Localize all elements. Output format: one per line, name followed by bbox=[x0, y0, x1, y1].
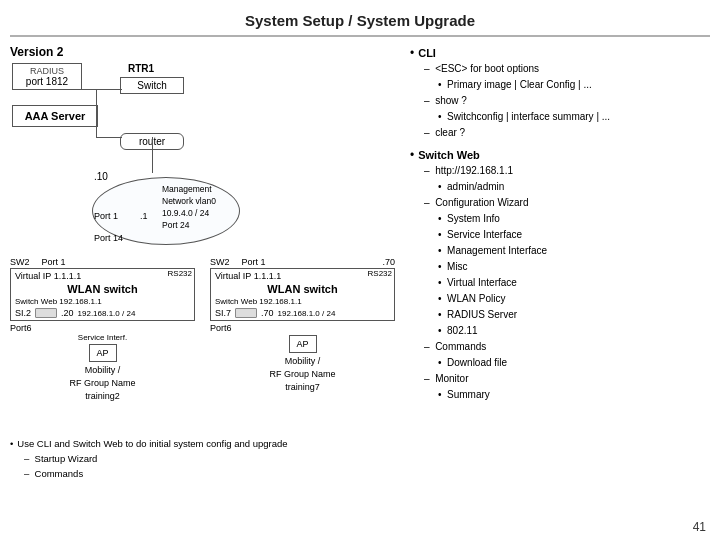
conf8: • 802.11 bbox=[438, 323, 710, 339]
conf2: • Service Interface bbox=[438, 227, 710, 243]
conf5: • Virtual Interface bbox=[438, 275, 710, 291]
version-label: Version 2 bbox=[10, 45, 400, 59]
left-panel: Version 2 RADIUS port 1812 RTR1 Switch A… bbox=[10, 45, 400, 535]
swweb-right: Switch Web 192.168.1.1 bbox=[215, 297, 390, 306]
bottom-bullet-row: • Use CLI and Switch Web to do initial s… bbox=[10, 436, 288, 451]
wlan-left-box: RS232 Virtual IP 1.1.1.1 WLAN switch Swi… bbox=[10, 268, 195, 321]
port6-right: Port6 bbox=[210, 323, 395, 333]
port6-left: Port6 bbox=[10, 323, 195, 333]
line-v1 bbox=[96, 89, 97, 137]
rs232-right: RS232 bbox=[368, 269, 392, 278]
swweb-left: Switch Web 192.168.1.1 bbox=[15, 297, 190, 306]
line-h1 bbox=[96, 137, 122, 138]
sw-config-dash: – Configuration Wizard bbox=[424, 195, 710, 211]
sw-content: – http://192.168.1.1 • admin/admin – Con… bbox=[424, 163, 710, 403]
cli-bullet-dot: • bbox=[410, 45, 414, 61]
conf1: • System Info bbox=[438, 211, 710, 227]
rtr1-label: RTR1 bbox=[128, 63, 154, 74]
page-number: 41 bbox=[693, 520, 706, 534]
wlan-right-title: WLAN switch bbox=[215, 283, 390, 295]
conf3: • Management Interface bbox=[438, 243, 710, 259]
line-v2 bbox=[152, 137, 153, 173]
serial-icon-left bbox=[35, 308, 57, 318]
wlan-right-box: RS232 Virtual IP 1.1.1.1 WLAN switch Swi… bbox=[210, 268, 395, 321]
sub-commands: – Commands bbox=[24, 466, 288, 481]
mgmt-text: Management Network vlan0 10.9.4.0 / 24 P… bbox=[162, 183, 216, 231]
bottom-bullets: • Use CLI and Switch Web to do initial s… bbox=[10, 436, 288, 481]
page-title: System Setup / System Upgrade bbox=[0, 0, 720, 35]
port14-label: Port 14 bbox=[94, 233, 123, 243]
subnet-right: 192.168.1.0 / 24 bbox=[278, 309, 336, 318]
right-panel: • CLI – <ESC> for boot options • Primary… bbox=[400, 45, 710, 535]
switchconfig-sub: • Switchconfig | interface summary | ... bbox=[438, 109, 710, 125]
sw-bullet-dot: • bbox=[410, 147, 414, 163]
sw-header-row: • Switch Web bbox=[410, 147, 710, 163]
conf7: • RADIUS Server bbox=[438, 307, 710, 323]
sw-title: Switch Web bbox=[418, 147, 480, 163]
download-sub: • Download file bbox=[438, 355, 710, 371]
network-diagram: RADIUS port 1812 RTR1 Switch AAA Server … bbox=[10, 63, 390, 483]
sub-list: – Startup Wizard – Commands bbox=[24, 451, 288, 481]
port1-label: Port 1 bbox=[94, 211, 118, 221]
clear-dash: – clear ? bbox=[424, 125, 710, 141]
switchweb-section: • Switch Web – http://192.168.1.1 • admi… bbox=[410, 147, 710, 403]
ap-left-box: AP bbox=[89, 344, 117, 362]
dot10-label: .10 bbox=[94, 171, 108, 182]
header-divider bbox=[10, 35, 710, 37]
monitor-dash: – Monitor bbox=[424, 371, 710, 387]
subnet-left: 192.168.1.0 / 24 bbox=[78, 309, 136, 318]
conf4: • Misc bbox=[438, 259, 710, 275]
si2-row: SI.2 .20 192.168.1.0 / 24 bbox=[15, 308, 190, 318]
cli-section: • CLI – <ESC> for boot options • Primary… bbox=[410, 45, 710, 141]
mobility-left: Mobility / RF Group Name training2 bbox=[10, 364, 195, 403]
esc-dash: – <ESC> for boot options bbox=[424, 61, 710, 77]
line-radius-switch bbox=[82, 89, 122, 90]
sw-admin-sub: • admin/admin bbox=[438, 179, 710, 195]
radius-label: RADIUS bbox=[17, 66, 77, 76]
serial-icon-right bbox=[235, 308, 257, 318]
radius-port: port 1812 bbox=[17, 76, 77, 87]
show-dash: – show ? bbox=[424, 93, 710, 109]
si7-row: SI.7 .70 192.168.1.0 / 24 bbox=[215, 308, 390, 318]
sw2-left-area: SW2 Port 1 RS232 Virtual IP 1.1.1.1 WLAN… bbox=[10, 257, 195, 403]
switch-box: Switch bbox=[120, 77, 184, 94]
cli-title: CLI bbox=[418, 45, 436, 61]
sw2-right-area: SW2 Port 1 .70 RS232 Virtual IP 1.1.1.1 … bbox=[210, 257, 395, 394]
summary-sub: • Summary bbox=[438, 387, 710, 403]
commands-dash: – Commands bbox=[424, 339, 710, 355]
conf-wizard-items: • System Info • Service Interface • Mana… bbox=[438, 211, 710, 339]
dot1-label: .1 bbox=[140, 211, 148, 221]
rs232-left: RS232 bbox=[168, 269, 192, 278]
vip-right: Virtual IP 1.1.1.1 bbox=[215, 271, 390, 281]
conf6: • WLAN Policy bbox=[438, 291, 710, 307]
service-intl: Service Interf. bbox=[10, 333, 195, 342]
sw-url-dash: – http://192.168.1.1 bbox=[424, 163, 710, 179]
radius-box: RADIUS port 1812 bbox=[12, 63, 82, 90]
sub-startup: – Startup Wizard bbox=[24, 451, 288, 466]
primary-image-sub: • Primary image | Clear Config | ... bbox=[438, 77, 710, 93]
bullet-dot: • bbox=[10, 436, 13, 451]
wlan-left-title: WLAN switch bbox=[15, 283, 190, 295]
ap-right-box: AP bbox=[289, 335, 317, 353]
vip-left: Virtual IP 1.1.1.1 bbox=[15, 271, 190, 281]
cli-content: – <ESC> for boot options • Primary image… bbox=[424, 61, 710, 141]
cli-header-row: • CLI bbox=[410, 45, 710, 61]
mobility-right: Mobility / RF Group Name training7 bbox=[210, 355, 395, 394]
sw2-left-header: SW2 Port 1 bbox=[10, 257, 195, 267]
sw2-right-header: SW2 Port 1 .70 bbox=[210, 257, 395, 267]
aaa-server-box: AAA Server bbox=[12, 105, 98, 127]
